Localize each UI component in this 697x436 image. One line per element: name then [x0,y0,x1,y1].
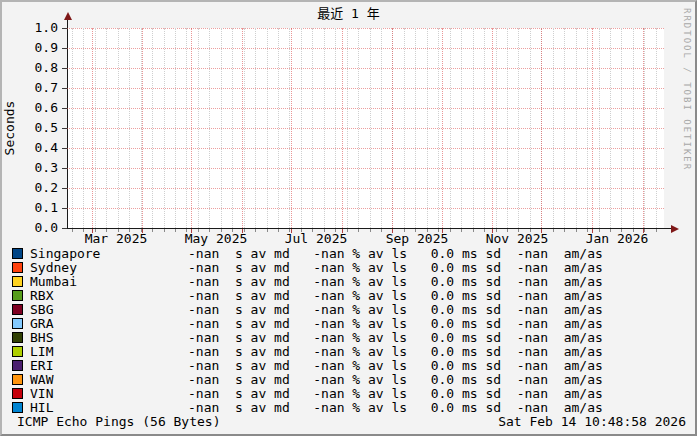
series-stats: -nan s av md -nan % av ls 0.0 ms sd -nan… [188,345,603,359]
minor-gridline [576,28,577,228]
major-gridline [142,28,143,228]
y-tick-label: 0.1 [28,201,58,215]
y-tick-label: 0.8 [28,61,58,75]
series-name: GRA [30,317,53,331]
series-color-swatch [12,346,23,357]
minor-gridline [507,28,508,228]
minor-gridline [198,28,199,228]
series-color-swatch [12,290,23,301]
legend-row: GRA-nan s av md -nan % av ls 0.0 ms sd -… [0,317,697,331]
y-tick-label: 0.0 [28,221,58,235]
minor-gridline [587,28,588,228]
legend-row: Sydney-nan s av md -nan % av ls 0.0 ms s… [0,261,697,275]
series-color-swatch [12,374,23,385]
minor-gridline [404,28,405,228]
series-name: VIN [30,387,53,401]
minor-gridline [610,28,611,228]
legend-row: SBG-nan s av md -nan % av ls 0.0 ms sd -… [0,303,697,317]
minor-gridline [232,28,233,228]
minor-gridline [244,28,245,228]
x-minor-tick [267,229,268,232]
major-gridline [442,28,443,228]
legend-row: RBX-nan s av md -nan % av ls 0.0 ms sd -… [0,289,697,303]
minor-gridline [644,28,645,228]
major-gridline [92,28,93,228]
h-gridline [67,108,664,109]
h-gridline [67,168,664,169]
major-gridline [191,28,192,228]
minor-gridline [106,28,107,228]
legend-row: HIL-nan s av md -nan % av ls 0.0 ms sd -… [0,401,697,415]
minor-gridline [72,28,73,228]
series-name: HIL [30,401,53,415]
legend-row: Singapore-nan s av md -nan % av ls 0.0 m… [0,247,697,261]
h-gridline [67,48,664,49]
graph-timestamp: Sat Feb 14 10:48:58 2026 [498,415,686,429]
x-axis-line [66,228,671,229]
x-minor-tick [564,229,565,232]
minor-gridline [152,28,153,228]
minor-gridline [621,28,622,228]
minor-gridline [164,28,165,228]
major-gridline [242,28,243,228]
minor-gridline [553,28,554,228]
minor-gridline [518,28,519,228]
minor-gridline [599,28,600,228]
x-tick-label: Sep 2025 [372,232,462,246]
series-name: SBG [30,303,53,317]
minor-gridline [221,28,222,228]
legend-row: Mumbai-nan s av md -nan % av ls 0.0 ms s… [0,275,697,289]
series-stats: -nan s av md -nan % av ls 0.0 ms sd -nan… [188,261,603,275]
h-gridline [67,188,664,189]
x-minor-tick [164,229,165,232]
y-axis-label: Seconds [3,101,17,156]
minor-gridline [335,28,336,228]
minor-gridline [381,28,382,228]
x-tick-label: May 2025 [171,232,261,246]
h-gridline [67,148,664,149]
minor-gridline [83,28,84,228]
minor-gridline [255,28,256,228]
legend-row: WAW-nan s av md -nan % av ls 0.0 ms sd -… [0,373,697,387]
minor-gridline [358,28,359,228]
series-color-swatch [12,248,23,259]
y-tick-label: 0.5 [28,121,58,135]
minor-gridline [95,28,96,228]
y-tick-label: 0.7 [28,81,58,95]
y-tick-label: 0.3 [28,161,58,175]
minor-gridline [438,28,439,228]
minor-gridline [186,28,187,228]
major-gridline [592,28,593,228]
series-color-swatch [12,276,23,287]
minor-gridline [496,28,497,228]
minor-gridline [564,28,565,228]
minor-gridline [473,28,474,228]
minor-gridline [267,28,268,228]
series-color-swatch [12,318,23,329]
minor-gridline [289,28,290,228]
series-stats: -nan s av md -nan % av ls 0.0 ms sd -nan… [188,331,603,345]
minor-gridline [370,28,371,228]
minor-gridline [301,28,302,228]
major-gridline [342,28,343,228]
minor-gridline [312,28,313,228]
minor-gridline [461,28,462,228]
rrdtool-watermark: RRDTOOL / TOBI OETIKER [680,8,694,171]
rrdtool-graph: 最近 1 年 Seconds RRDTOOL / TOBI OETIKER 1.… [0,0,697,436]
major-gridline [291,28,292,228]
y-tick-label: 0.9 [28,41,58,55]
series-name: ERI [30,359,53,373]
minor-gridline [450,28,451,228]
series-name: WAW [30,373,53,387]
minor-gridline [530,28,531,228]
x-tick-label: Mar 2025 [71,232,161,246]
series-stats: -nan s av md -nan % av ls 0.0 ms sd -nan… [188,303,603,317]
minor-gridline [209,28,210,228]
series-stats: -nan s av md -nan % av ls 0.0 ms sd -nan… [188,373,603,387]
series-name: Mumbai [30,275,77,289]
major-gridline [492,28,493,228]
y-axis-arrow-icon [64,12,72,20]
series-color-swatch [12,360,23,371]
series-stats: -nan s av md -nan % av ls 0.0 ms sd -nan… [188,247,603,261]
minor-gridline [633,28,634,228]
